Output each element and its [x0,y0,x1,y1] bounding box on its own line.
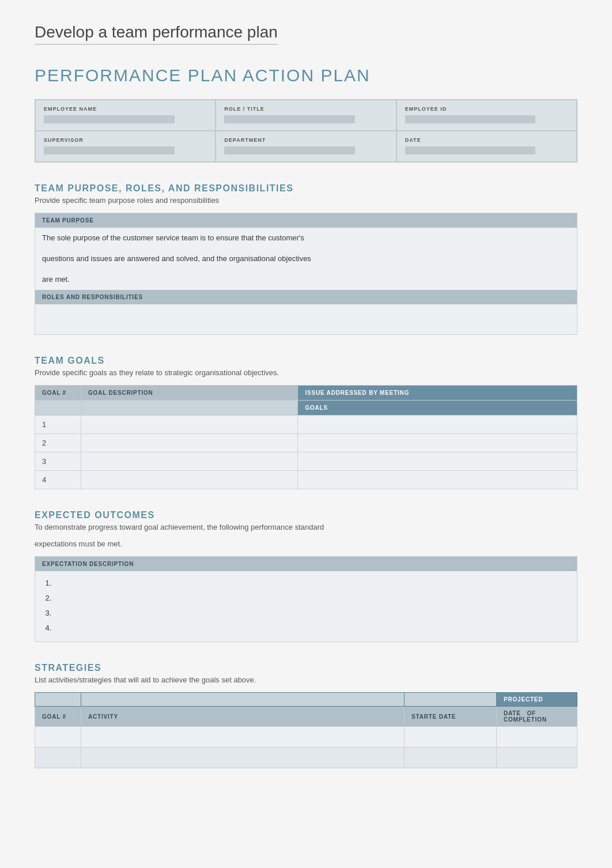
role-title-value [224,115,355,123]
strat-col-activity-label: ACTIVITY [81,707,405,727]
strat-start-cell [405,727,497,748]
date-value [405,146,536,154]
goals-col-goals-sub: GOALS [298,401,577,416]
goal-desc-cell [81,452,298,471]
strategies-subtext: List activities/strategies that will aid… [35,675,577,684]
info-grid: EMPLOYEE NAME ROLE / TITLE EMPLOYEE ID S… [35,99,577,163]
roles-label: Roles and responsibilities [42,294,143,300]
goal-num-cell: 2 [35,434,81,452]
page-title: Develop a team performance plan [35,23,278,45]
strat-col-projected-header: PROJECTED [497,693,577,707]
team-purpose-text2: questions and issues are answered and so… [35,248,577,269]
goals-col-issue: ISSUE ADDRESSED BY MEETING [298,386,577,401]
supervisor-value [44,146,175,154]
employee-name-value [44,115,175,123]
goal-desc-cell [81,471,298,489]
strat-col-activity-empty [81,693,405,707]
strat-projected-cell [497,748,577,768]
goal-num-cell: 4 [35,471,81,489]
role-title-cell: ROLE / TITLE [216,100,396,131]
team-purpose-header-row: Team purpose [35,213,577,228]
team-purpose-text1: The sole purpose of the customer service… [35,228,577,248]
employee-name-cell: EMPLOYEE NAME [35,100,216,131]
department-label: DEPARTMENT [224,137,387,143]
goal-issue-cell [298,416,577,434]
goal-num-cell: 3 [35,452,81,471]
role-title-label: ROLE / TITLE [224,106,387,112]
goals-table: GOAL # GOAL DESCRIPTION ISSUE ADDRESSED … [35,385,577,489]
team-purpose-text3: are met. [35,269,577,290]
strat-goal-cell [35,727,81,748]
expected-outcomes-subtext2: expectations must be met. [35,539,577,548]
expected-outcomes-subtext1: To demonstrate progress toward goal achi… [35,523,577,531]
roles-header-row: Roles and responsibilities [35,290,577,304]
strat-start-cell [405,748,497,768]
goal-num-cell: 1 [35,416,81,434]
expected-outcomes-section: EXPECTED OUTCOMES To demonstrate progres… [35,510,577,642]
team-goals-section: TEAM GOALS Provide specific goals as the… [35,356,577,489]
goal-desc-cell [81,434,298,452]
strat-projected-cell [497,727,577,748]
goal-issue-cell [298,434,577,452]
strat-col-start-empty [405,693,497,707]
date-cell: DATE [396,131,577,162]
employee-id-label: EMPLOYEE ID [405,106,568,112]
list-item [54,621,570,636]
strat-col-date-of: DATE OF COMPLETION [497,707,577,727]
department-value [224,146,355,154]
table-row: 4 [35,471,577,489]
strat-date-label: DATE [504,710,521,716]
table-row [35,748,577,768]
table-row: 1 [35,416,577,434]
team-purpose-label: Team purpose [42,217,94,224]
team-purpose-subtext: Provide specific team purpose roles and … [35,196,577,205]
strat-activity-cell [81,727,405,748]
strat-col-start-label: STARTE DATE [405,707,497,727]
employee-id-cell: EMPLOYEE ID [396,100,577,131]
main-heading: PERFORMANCE PLAN ACTION PLAN [35,66,577,85]
list-item [54,606,570,621]
list-item [54,576,570,591]
team-purpose-section: TEAM PURPOSE, ROLES, AND RESPONSIBILITIE… [35,183,577,335]
date-label: DATE [405,137,568,143]
expectation-block: EXPECTATION DESCRIPTION [35,556,577,642]
strategies-heading: STRATEGIES [35,663,577,673]
department-cell: DEPARTMENT [216,131,396,162]
strat-activity-cell [81,748,405,768]
supervisor-label: SUPERVISOR [44,137,207,143]
goal-issue-cell [298,471,577,489]
expectation-header: EXPECTATION DESCRIPTION [35,557,577,571]
table-row [35,727,577,748]
table-row: 3 [35,452,577,471]
supervisor-cell: SUPERVISOR [35,131,216,162]
strat-col-goal-empty [35,693,81,707]
strategies-section: STRATEGIES List activities/strategies th… [35,663,577,768]
strat-goal-cell [35,748,81,768]
goals-col-desc: GOAL DESCRIPTION [81,386,298,401]
purpose-block: Team purpose The sole purpose of the cus… [35,213,577,335]
strat-completion-label: COMPLETION [504,716,547,723]
team-goals-subtext: Provide specific goals as they relate to… [35,368,577,377]
team-purpose-heading: TEAM PURPOSE, ROLES, AND RESPONSIBILITIE… [35,183,577,194]
strat-of-label: OF [527,710,536,716]
list-item [54,591,570,606]
expected-outcomes-heading: EXPECTED OUTCOMES [35,510,577,520]
table-row: 2 [35,434,577,452]
expectation-list [35,571,577,641]
strategies-table: PROJECTED GOAL # ACTIVITY STARTE DATE DA… [35,692,577,768]
roles-blank-row [35,304,577,334]
employee-id-value [405,115,536,123]
goals-col-num: GOAL # [35,386,81,401]
goal-desc-cell [81,416,298,434]
goal-issue-cell [298,452,577,471]
team-goals-heading: TEAM GOALS [35,356,577,366]
strat-col-goal-label: GOAL # [35,707,81,727]
goals-col-desc-sub [81,401,298,416]
goals-col-num-sub [35,401,81,416]
employee-name-label: EMPLOYEE NAME [44,106,207,112]
